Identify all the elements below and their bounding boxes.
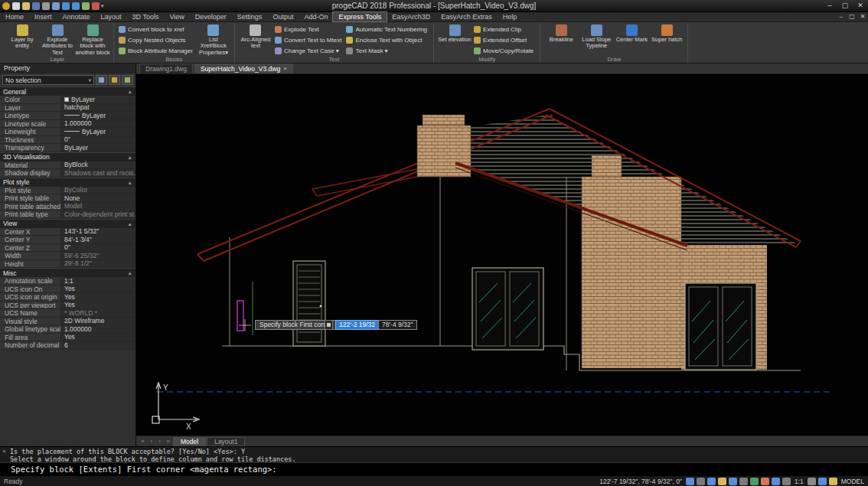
properties-icon[interactable] [92, 2, 100, 10]
polar-toggle[interactable] [718, 478, 726, 485]
ribbon-item[interactable]: Replace block with another block [75, 24, 110, 56]
property-row[interactable]: UCS Name* WORLD * [0, 309, 135, 318]
previous-layout-button[interactable]: ‹ [147, 436, 155, 446]
ribbon-item[interactable]: Convert block to xref [117, 24, 196, 34]
property-value[interactable]: ByBlock [61, 161, 135, 169]
doc-restore-button[interactable]: ▢ [847, 12, 857, 21]
property-row[interactable]: UCS per viewportYes [0, 302, 135, 310]
property-row[interactable]: LinetypeByLayer [0, 112, 135, 120]
annotation-toggle[interactable] [772, 478, 780, 485]
collapse-icon[interactable]: ▲ [128, 270, 132, 276]
menu-tab[interactable]: Express Tools [333, 12, 387, 21]
doc-close-button[interactable]: ✕ [857, 12, 868, 21]
redo-icon[interactable] [72, 2, 80, 10]
property-value[interactable]: Color-dependent print st... [61, 210, 135, 218]
open-file-icon[interactable] [22, 2, 30, 10]
selection-combobox[interactable]: No selection ▾ [2, 75, 94, 85]
ribbon-item[interactable]: Change Text Case ▾ [273, 45, 344, 56]
property-value[interactable]: 0" [61, 136, 135, 144]
property-row[interactable]: MaterialByBlock [0, 161, 135, 170]
collapse-icon[interactable]: ▲ [128, 180, 132, 185]
property-row[interactable]: Print table typeColor-dependent print st… [0, 210, 135, 219]
model-space-indicator[interactable]: MODEL [841, 478, 864, 485]
menu-tab[interactable]: Output [267, 12, 299, 21]
property-value[interactable]: Yes [61, 285, 135, 293]
menu-tab[interactable]: Home [0, 12, 29, 21]
property-row[interactable]: Plot styleByColor [0, 187, 135, 195]
ribbon-item[interactable]: Convert Text to Mtext [273, 34, 344, 45]
collapse-icon[interactable]: ▲ [128, 89, 132, 94]
property-value[interactable]: 143'-1 5/32" [61, 228, 135, 236]
property-row[interactable]: UCS icon at originYes [0, 293, 135, 302]
save-icon[interactable] [32, 2, 40, 10]
ribbon-item[interactable]: Move/Copy/Rotate [472, 45, 537, 56]
menu-tab[interactable]: EasyArch Extras [436, 12, 498, 21]
property-value[interactable]: 59'-6 25/32" [61, 252, 135, 259]
undo-icon[interactable] [62, 2, 70, 10]
menu-tab[interactable]: EasyArch3D [387, 12, 436, 21]
document-tab[interactable]: Drawing1.dwg [139, 64, 193, 73]
property-row[interactable]: Visual style2D Wireframe [0, 318, 135, 326]
section-header-view[interactable]: View▲ [0, 219, 135, 228]
section-header-misc[interactable]: Misc▲ [0, 268, 135, 277]
new-file-icon[interactable] [12, 2, 20, 10]
doc-minimize-button[interactable]: – [836, 12, 847, 21]
property-row[interactable]: Number of decimal places6 [0, 341, 135, 350]
property-row[interactable]: Shadow displayShadows cast and recei... [0, 169, 135, 178]
property-value[interactable]: 1.000000 [61, 325, 135, 333]
lock-icon[interactable] [829, 478, 837, 485]
menu-tab[interactable]: Insert [29, 12, 57, 21]
menu-tab[interactable]: Settings [232, 12, 268, 21]
annotation-scale-icon[interactable] [818, 478, 827, 485]
property-row[interactable]: Annotation scale1:1 [0, 277, 135, 285]
menu-tab[interactable]: Developer [190, 12, 232, 21]
property-value[interactable]: ByLayer [61, 128, 135, 135]
property-row[interactable]: Print style tableNone [0, 194, 135, 203]
ribbon-item[interactable]: Explode Attributes to Text [40, 24, 75, 56]
layout-tab[interactable]: Layout1 [207, 437, 245, 446]
lineweight-toggle[interactable] [750, 478, 759, 485]
ribbon-item[interactable]: Extended Clip [472, 24, 537, 34]
ribbon-item[interactable]: Enclose Text with Object [344, 34, 430, 45]
property-value[interactable]: 2D Wireframe [61, 318, 135, 325]
ribbon-item[interactable]: Set elevation [437, 24, 472, 56]
property-row[interactable]: Thickness0" [0, 136, 135, 145]
property-value[interactable]: 6 [61, 341, 135, 349]
property-value[interactable]: None [61, 194, 135, 202]
property-row[interactable]: Center Z0" [0, 244, 135, 253]
property-value[interactable]: 1.000000 [61, 120, 135, 128]
ribbon-item[interactable]: Extended Offset [472, 34, 537, 45]
quick-input-toggle[interactable] [761, 478, 769, 485]
pick-entities-button[interactable] [109, 75, 120, 85]
command-close-icon[interactable]: ✕ [2, 448, 6, 455]
ribbon-item[interactable]: Explode Text [273, 24, 344, 34]
property-row[interactable]: LineweightByLayer [0, 128, 135, 136]
property-row[interactable]: Center X143'-1 5/32" [0, 228, 135, 236]
annotation-scale-value[interactable]: 1:1 [795, 478, 804, 485]
ribbon-item[interactable]: Breakline [543, 24, 579, 56]
menu-tab[interactable]: 3D Tools [127, 12, 165, 21]
menu-tab[interactable]: Annotate [57, 12, 96, 21]
property-value[interactable]: ByLayer [61, 96, 135, 103]
property-row[interactable]: Height29'-8 1/2" [0, 260, 135, 269]
property-row[interactable]: ColorByLayer [0, 96, 135, 104]
property-value[interactable]: Yes [61, 293, 135, 301]
minimize-button[interactable]: – [822, 0, 837, 11]
maximize-button[interactable]: ▢ [837, 0, 853, 11]
last-layout-button[interactable]: » [164, 436, 172, 446]
tooltip-cycle-icon[interactable] [325, 320, 333, 330]
ribbon-item[interactable]: Block Attribute Manager [117, 45, 196, 56]
collapse-icon[interactable]: ▲ [128, 221, 132, 227]
snap-toggle[interactable] [686, 478, 694, 485]
plot-preview-icon[interactable] [52, 2, 60, 10]
ribbon-item[interactable]: Automatic Text Numbering [344, 24, 430, 34]
property-value[interactable]: 0" [61, 244, 135, 252]
section-header-plot-style[interactable]: Plot style▲ [0, 178, 135, 187]
next-layout-button[interactable]: › [155, 436, 164, 446]
copy-icon[interactable] [82, 2, 90, 10]
ribbon-item[interactable]: Super hatch [649, 24, 684, 56]
property-row[interactable]: UCS icon OnYes [0, 285, 135, 294]
grid-toggle[interactable] [697, 478, 705, 485]
property-row[interactable]: Layerhatchpat [0, 104, 135, 113]
dynamic-input-y-field[interactable]: 78'-4 9/32" [378, 320, 417, 330]
